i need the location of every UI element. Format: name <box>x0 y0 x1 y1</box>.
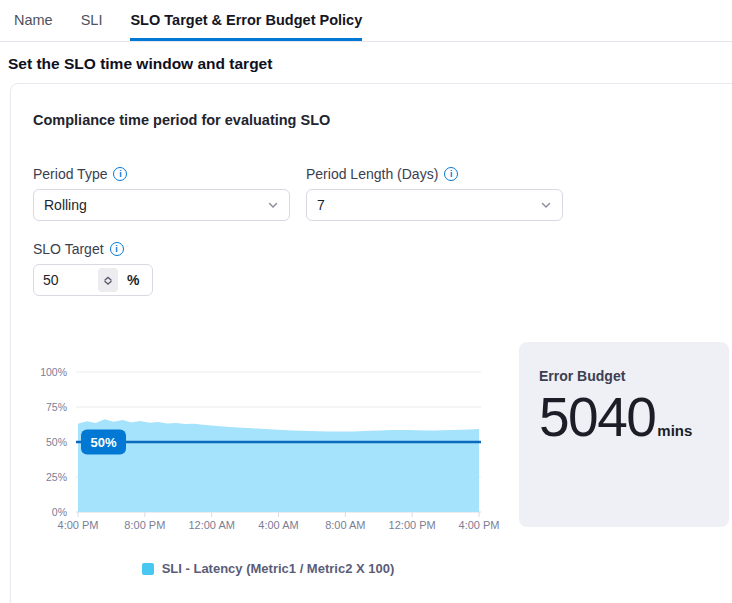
svg-text:50%: 50% <box>90 435 116 450</box>
page-title: Set the SLO time window and target <box>8 55 732 73</box>
chart-legend-item[interactable]: SLI - Latency (Metric1 / Metric2 X 100) <box>33 561 503 576</box>
period-type-field: Period Type Rolling <box>33 166 290 221</box>
svg-text:25%: 25% <box>46 471 67 483</box>
period-form-row: Period Type Rolling Period Length (Days)… <box>33 166 732 221</box>
tab-slo-target-error-budget-policy[interactable]: SLO Target & Error Budget Policy <box>130 0 362 41</box>
period-length-label-text: Period Length (Days) <box>306 166 438 182</box>
chevron-down-icon <box>267 199 279 211</box>
period-type-value: Rolling <box>44 197 87 213</box>
legend-swatch-icon <box>142 563 154 575</box>
slo-target-label-text: SLO Target <box>33 241 104 257</box>
svg-text:4:00 PM: 4:00 PM <box>58 519 99 531</box>
tab-name[interactable]: Name <box>14 0 53 41</box>
error-budget-unit: mins <box>657 422 692 439</box>
slo-target-field: SLO Target % <box>33 241 732 296</box>
info-icon[interactable] <box>113 167 127 181</box>
tab-sli[interactable]: SLI <box>81 0 103 41</box>
slo-target-input-group: % <box>33 264 153 296</box>
error-budget-value: 5040 <box>539 386 655 449</box>
svg-text:100%: 100% <box>40 366 67 378</box>
slo-window-card: Compliance time period for evaluating SL… <box>10 83 732 603</box>
svg-text:4:00 PM: 4:00 PM <box>459 519 500 531</box>
period-type-select[interactable]: Rolling <box>33 189 290 221</box>
info-icon[interactable] <box>110 242 124 256</box>
svg-text:4:00 AM: 4:00 AM <box>258 519 298 531</box>
svg-text:12:00 PM: 12:00 PM <box>389 519 436 531</box>
error-budget-card: Error Budget 5040 mins <box>519 342 729 527</box>
svg-text:0%: 0% <box>52 506 67 518</box>
slo-target-label: SLO Target <box>33 241 732 257</box>
compliance-period-title: Compliance time period for evaluating SL… <box>33 112 732 128</box>
svg-text:50%: 50% <box>46 436 67 448</box>
period-length-value: 7 <box>317 197 325 213</box>
period-type-label: Period Type <box>33 166 290 182</box>
period-length-select[interactable]: 7 <box>306 189 563 221</box>
chart-section: 0%25%50%75%100%4:00 PM8:00 PM12:00 AM4:0… <box>33 342 732 576</box>
number-stepper[interactable] <box>98 268 118 292</box>
svg-text:75%: 75% <box>46 401 67 413</box>
percent-suffix: % <box>127 272 139 288</box>
svg-text:8:00 PM: 8:00 PM <box>124 519 165 531</box>
wizard-tabbar: Name SLI SLO Target & Error Budget Polic… <box>0 0 732 42</box>
legend-label: SLI - Latency (Metric1 / Metric2 X 100) <box>162 561 395 576</box>
svg-text:8:00 AM: 8:00 AM <box>325 519 365 531</box>
period-length-field: Period Length (Days) 7 <box>306 166 563 221</box>
slo-target-input[interactable] <box>43 272 89 288</box>
sli-area-chart: 0%25%50%75%100%4:00 PM8:00 PM12:00 AM4:0… <box>33 342 503 534</box>
chevron-down-icon <box>540 199 552 211</box>
error-budget-value-row: 5040 mins <box>539 386 709 449</box>
svg-text:12:00 AM: 12:00 AM <box>188 519 234 531</box>
info-icon[interactable] <box>444 167 458 181</box>
sli-chart-container: 0%25%50%75%100%4:00 PM8:00 PM12:00 AM4:0… <box>33 342 503 576</box>
period-length-label: Period Length (Days) <box>306 166 563 182</box>
period-type-label-text: Period Type <box>33 166 107 182</box>
error-budget-label: Error Budget <box>539 368 709 384</box>
